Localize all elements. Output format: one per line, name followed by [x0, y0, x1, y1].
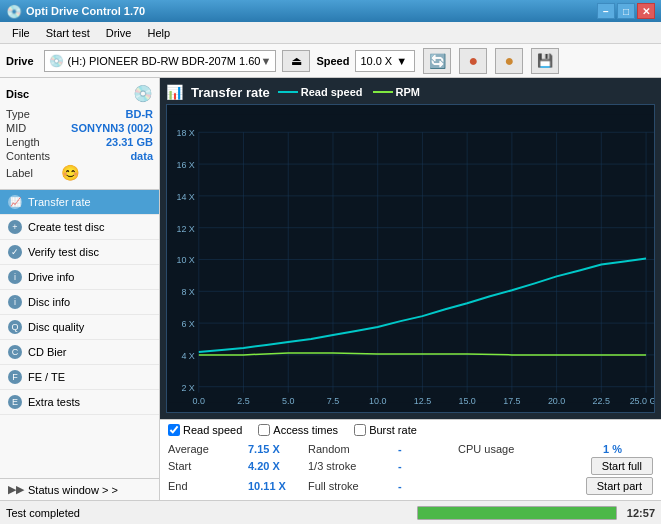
burst-rate-checkbox[interactable] — [354, 424, 366, 436]
legend-rpm: RPM — [373, 86, 420, 98]
sidebar: Disc 💿 Type BD-R MID SONYNN3 (002) Lengt… — [0, 78, 160, 500]
read-speed-checkbox-item[interactable]: Read speed — [168, 424, 242, 436]
progress-bar — [417, 506, 617, 520]
nav-disc-quality-label: Disc quality — [28, 321, 84, 333]
sidebar-item-create-test-disc[interactable]: + Create test disc — [0, 215, 159, 240]
menu-help[interactable]: Help — [139, 25, 178, 41]
chart-panel: 📊 Transfer rate Read speed RPM — [160, 78, 661, 419]
sidebar-item-fe-te[interactable]: F FE / TE — [0, 365, 159, 390]
chart-title: Transfer rate — [191, 85, 270, 100]
svg-text:8 X: 8 X — [181, 287, 194, 297]
verify-test-disc-icon: ✓ — [8, 245, 22, 259]
sidebar-item-cd-bier[interactable]: C CD Bier — [0, 340, 159, 365]
rpm-legend-label: RPM — [396, 86, 420, 98]
fe-te-icon: F — [8, 370, 22, 384]
eject-icon: ⏏ — [291, 54, 302, 68]
status-window-button[interactable]: ▶▶ Status window > > — [0, 478, 159, 500]
label-emoji[interactable]: 😊 — [61, 164, 80, 182]
disc-label-row: Label 😊 — [6, 163, 153, 183]
cd-bier-icon: C — [8, 345, 22, 359]
nav-disc-info-label: Disc info — [28, 296, 70, 308]
contents-label: Contents — [6, 150, 50, 162]
disc2-icon: ● — [505, 52, 515, 70]
main-layout: Disc 💿 Type BD-R MID SONYNN3 (002) Lengt… — [0, 78, 661, 500]
sidebar-item-verify-test-disc[interactable]: ✓ Verify test disc — [0, 240, 159, 265]
extra-tests-icon: E — [8, 395, 22, 409]
menu-drive[interactable]: Drive — [98, 25, 140, 41]
svg-text:25.0 GB: 25.0 GB — [630, 396, 654, 406]
legend-read-speed: Read speed — [278, 86, 363, 98]
full-stroke-label: Full stroke — [308, 480, 398, 492]
toolbar-disc-button[interactable]: ● — [459, 48, 487, 74]
sidebar-item-disc-info[interactable]: i Disc info — [0, 290, 159, 315]
stats-area: Average 7.15 X Random - CPU usage 1 % St… — [160, 440, 661, 500]
burst-rate-checkbox-item[interactable]: Burst rate — [354, 424, 417, 436]
refresh-icon: 🔄 — [429, 53, 446, 69]
sidebar-item-drive-info[interactable]: i Drive info — [0, 265, 159, 290]
menu-start-test[interactable]: Start test — [38, 25, 98, 41]
statusbar: Test completed 12:57 — [0, 500, 661, 524]
random-label: Random — [308, 443, 398, 455]
close-button[interactable]: ✕ — [637, 3, 655, 19]
content-area: 📊 Transfer rate Read speed RPM — [160, 78, 661, 500]
nav-drive-info-label: Drive info — [28, 271, 74, 283]
svg-text:4 X: 4 X — [181, 351, 194, 361]
minimize-button[interactable]: − — [597, 3, 615, 19]
read-speed-legend-label: Read speed — [301, 86, 363, 98]
drive-selector[interactable]: 💿 (H:) PIONEER BD-RW BDR-207M 1.60 ▼ — [44, 50, 277, 72]
transfer-rate-icon: 📈 — [8, 195, 22, 209]
refresh-button[interactable]: 🔄 — [423, 48, 451, 74]
stats-row-3: End 10.11 X Full stroke - Start part — [168, 476, 653, 496]
access-times-checkbox-item[interactable]: Access times — [258, 424, 338, 436]
disc-mid-row: MID SONYNN3 (002) — [6, 121, 153, 135]
stats-row-1: Average 7.15 X Random - CPU usage 1 % — [168, 442, 653, 456]
nav-cd-bier-label: CD Bier — [28, 346, 67, 358]
svg-text:12.5: 12.5 — [414, 396, 431, 406]
disc-length-row: Length 23.31 GB — [6, 135, 153, 149]
svg-text:22.5: 22.5 — [593, 396, 610, 406]
access-times-checkbox[interactable] — [258, 424, 270, 436]
chart-container: 18 X 16 X 14 X 12 X 10 X 8 X 6 X 4 X 2 X… — [166, 104, 655, 413]
average-label: Average — [168, 443, 248, 455]
contents-value[interactable]: data — [130, 150, 153, 162]
drive-label: Drive — [6, 55, 34, 67]
burst-rate-checkbox-label: Burst rate — [369, 424, 417, 436]
save-button[interactable]: 💾 — [531, 48, 559, 74]
start-part-button[interactable]: Start part — [586, 477, 653, 495]
disc-type-row: Type BD-R — [6, 107, 153, 121]
disc-emoji-button[interactable]: 💿 — [133, 84, 153, 103]
disc-section-label: Disc — [6, 88, 29, 100]
drive-info-icon: i — [8, 270, 22, 284]
sidebar-item-extra-tests[interactable]: E Extra tests — [0, 390, 159, 415]
maximize-button[interactable]: □ — [617, 3, 635, 19]
titlebar: 💿 Opti Drive Control 1.70 − □ ✕ — [0, 0, 661, 22]
svg-text:12 X: 12 X — [176, 224, 194, 234]
svg-rect-0 — [167, 114, 654, 402]
start-value: 4.20 X — [248, 460, 308, 472]
menubar: File Start test Drive Help — [0, 22, 661, 44]
disc-contents-row: Contents data — [6, 149, 153, 163]
start-full-button[interactable]: Start full — [591, 457, 653, 475]
chart-svg: 18 X 16 X 14 X 12 X 10 X 8 X 6 X 4 X 2 X… — [167, 105, 654, 412]
toolbar-disc2-button[interactable]: ● — [495, 48, 523, 74]
nav-create-test-disc-label: Create test disc — [28, 221, 104, 233]
type-label: Type — [6, 108, 30, 120]
type-value: BD-R — [126, 108, 154, 120]
menu-file[interactable]: File — [4, 25, 38, 41]
sidebar-item-transfer-rate[interactable]: 📈 Transfer rate — [0, 190, 159, 215]
speed-selector[interactable]: 10.0 X ▼ — [355, 50, 415, 72]
drive-dropdown-arrow: ▼ — [260, 55, 271, 67]
nav-fe-te-label: FE / TE — [28, 371, 65, 383]
nav-verify-test-disc-label: Verify test disc — [28, 246, 99, 258]
sidebar-item-disc-quality[interactable]: Q Disc quality — [0, 315, 159, 340]
svg-text:14 X: 14 X — [176, 192, 194, 202]
status-window-label: Status window > > — [28, 484, 118, 496]
eject-button[interactable]: ⏏ — [282, 50, 310, 72]
end-value: 10.11 X — [248, 480, 308, 492]
disc-icon: ● — [469, 52, 479, 70]
svg-text:10.0: 10.0 — [369, 396, 386, 406]
average-value: 7.15 X — [248, 443, 308, 455]
chart-controls: Read speed Access times Burst rate — [160, 419, 661, 440]
read-speed-checkbox[interactable] — [168, 424, 180, 436]
svg-text:5.0: 5.0 — [282, 396, 294, 406]
